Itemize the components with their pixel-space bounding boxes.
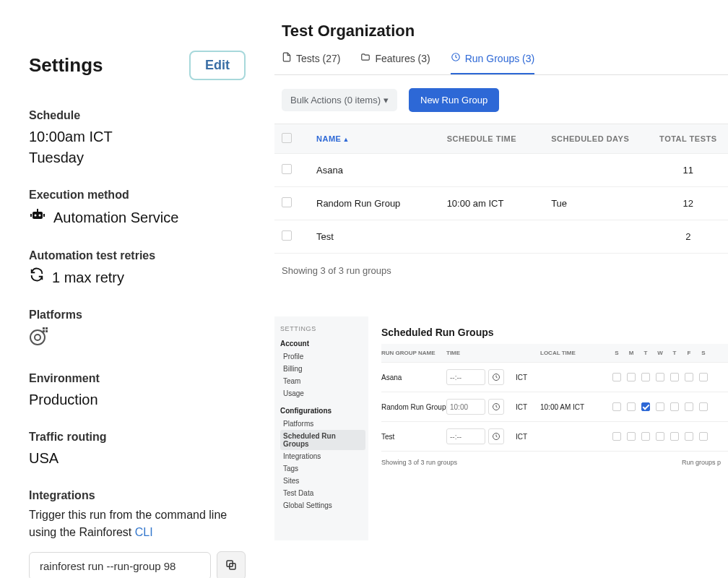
sidebar-item-platforms[interactable]: Platforms bbox=[280, 418, 365, 430]
day-checkbox[interactable] bbox=[641, 373, 650, 381]
day-checkbox[interactable] bbox=[612, 402, 621, 411]
svg-rect-8 bbox=[43, 327, 45, 329]
day-checkbox[interactable] bbox=[699, 432, 708, 441]
row-total: 2 bbox=[656, 231, 721, 242]
day-header: S bbox=[612, 350, 621, 356]
day-checkbox[interactable] bbox=[627, 402, 636, 411]
day-header: T bbox=[670, 350, 679, 356]
sidebar-item-global-settings[interactable]: Global Settings bbox=[280, 499, 365, 512]
clock-icon bbox=[451, 52, 461, 64]
row-total: 12 bbox=[656, 198, 721, 209]
day-checkbox[interactable] bbox=[641, 432, 650, 441]
table-row[interactable]: Asana11 bbox=[274, 154, 728, 187]
edit-button[interactable]: Edit bbox=[189, 51, 246, 80]
day-checkbox[interactable] bbox=[670, 373, 679, 381]
retries-value: 1 max retry bbox=[52, 267, 124, 288]
clock-button[interactable] bbox=[488, 428, 504, 444]
srg-days bbox=[612, 402, 728, 411]
row-name: Random Run Group bbox=[311, 198, 447, 209]
srg-tz: ICT bbox=[511, 374, 540, 381]
day-checkbox[interactable] bbox=[699, 373, 708, 381]
select-all-checkbox[interactable] bbox=[282, 133, 292, 143]
svg-point-1 bbox=[35, 215, 37, 217]
schedule-label: Schedule bbox=[29, 109, 246, 122]
day-header: S bbox=[699, 350, 708, 356]
clock-button[interactable] bbox=[488, 399, 504, 415]
traffic-value: USA bbox=[29, 448, 246, 469]
robot-icon bbox=[29, 206, 46, 229]
day-checkbox[interactable] bbox=[685, 432, 693, 441]
srg-name: Random Run Group bbox=[381, 403, 446, 411]
day-checkbox[interactable] bbox=[699, 402, 708, 411]
svg-rect-0 bbox=[32, 212, 43, 219]
col-time-header[interactable]: Schedule Time bbox=[447, 134, 552, 143]
time-input[interactable]: --:-- bbox=[446, 369, 485, 385]
day-checkbox[interactable] bbox=[641, 402, 650, 411]
row-checkbox[interactable] bbox=[282, 197, 292, 207]
clock-button[interactable] bbox=[488, 369, 504, 385]
sidebar-item-usage[interactable]: Usage bbox=[280, 387, 365, 400]
copy-icon bbox=[225, 558, 238, 574]
table-row[interactable]: Test2 bbox=[274, 220, 728, 254]
day-checkbox[interactable] bbox=[612, 373, 621, 381]
tab-tests[interactable]: Tests (27) bbox=[282, 48, 340, 74]
day-checkbox[interactable] bbox=[685, 373, 693, 381]
sidebar-item-profile[interactable]: Profile bbox=[280, 350, 365, 363]
tab-features[interactable]: Features (3) bbox=[360, 48, 430, 74]
sidebar-item-sites[interactable]: Sites bbox=[280, 475, 365, 487]
svg-rect-5 bbox=[43, 214, 45, 217]
row-days: Tue bbox=[551, 198, 656, 209]
svg-rect-3 bbox=[37, 209, 38, 212]
table-row[interactable]: Random Run Group10:00 am ICTTue12 bbox=[274, 187, 728, 220]
execution-block: Execution method Automation Service bbox=[29, 189, 246, 229]
day-checkbox[interactable] bbox=[656, 402, 664, 411]
integrations-label: Integrations bbox=[29, 489, 246, 502]
result-count: Showing 3 of 3 run groups bbox=[274, 254, 728, 288]
day-checkbox[interactable] bbox=[612, 432, 621, 441]
col-total-header[interactable]: Total Tests bbox=[656, 134, 721, 143]
sidebar-item-test-data[interactable]: Test Data bbox=[280, 487, 365, 499]
tab-run-groups[interactable]: Run Groups (3) bbox=[451, 48, 534, 74]
row-checkbox[interactable] bbox=[282, 230, 292, 241]
chevron-down-icon: ▾ bbox=[384, 95, 389, 105]
time-input[interactable]: --:-- bbox=[446, 428, 485, 444]
sidebar-item-billing[interactable]: Billing bbox=[280, 363, 365, 375]
settings-title: Settings bbox=[29, 54, 103, 77]
day-checkbox[interactable] bbox=[656, 432, 664, 441]
config-group-title: Configurations bbox=[280, 407, 365, 415]
srg-footer-right: Run groups p bbox=[682, 459, 721, 466]
settings-panel: Settings Edit Schedule 10:00am ICT Tuesd… bbox=[0, 0, 274, 578]
folder-icon bbox=[360, 52, 370, 64]
sidebar-item-team[interactable]: Team bbox=[280, 375, 365, 387]
platforms-label: Platforms bbox=[29, 309, 246, 322]
day-checkbox[interactable] bbox=[670, 432, 679, 441]
col-name-header[interactable]: Name▲ bbox=[311, 134, 447, 143]
col-days-header[interactable]: Scheduled Days bbox=[551, 134, 656, 143]
account-group-title: Account bbox=[280, 340, 365, 348]
new-run-group-button[interactable]: New Run Group bbox=[409, 88, 499, 112]
day-checkbox[interactable] bbox=[656, 373, 664, 381]
day-checkbox[interactable] bbox=[627, 373, 636, 381]
sidebar-item-scheduled-run-groups[interactable]: Scheduled Run Groups bbox=[280, 430, 365, 450]
integrations-block: Integrations Trigger this run from the c… bbox=[29, 489, 246, 578]
environment-value: Production bbox=[29, 389, 246, 410]
sidebar-item-integrations[interactable]: Integrations bbox=[280, 450, 365, 462]
environment-label: Environment bbox=[29, 372, 246, 385]
day-checkbox[interactable] bbox=[685, 402, 693, 411]
day-header: T bbox=[641, 350, 650, 356]
row-checkbox[interactable] bbox=[282, 164, 292, 174]
bulk-actions-button[interactable]: Bulk Actions (0 items) ▾ bbox=[282, 89, 397, 111]
cli-link[interactable]: CLI bbox=[135, 526, 153, 538]
schedule-block: Schedule 10:00am ICT Tuesday bbox=[29, 109, 246, 168]
copy-button[interactable] bbox=[217, 551, 246, 578]
svg-point-7 bbox=[35, 335, 40, 340]
sidebar-item-tags[interactable]: Tags bbox=[280, 462, 365, 475]
svg-point-2 bbox=[39, 215, 41, 217]
time-input[interactable]: 10:00 bbox=[446, 399, 485, 415]
day-checkbox[interactable] bbox=[670, 402, 679, 411]
cli-command-input[interactable] bbox=[29, 552, 211, 579]
day-checkbox[interactable] bbox=[627, 432, 636, 441]
document-icon bbox=[282, 52, 292, 64]
srg-local: 10:00 AM ICT bbox=[540, 403, 612, 411]
tab-bar: Tests (27) Features (3) Run Groups (3) bbox=[274, 48, 728, 75]
